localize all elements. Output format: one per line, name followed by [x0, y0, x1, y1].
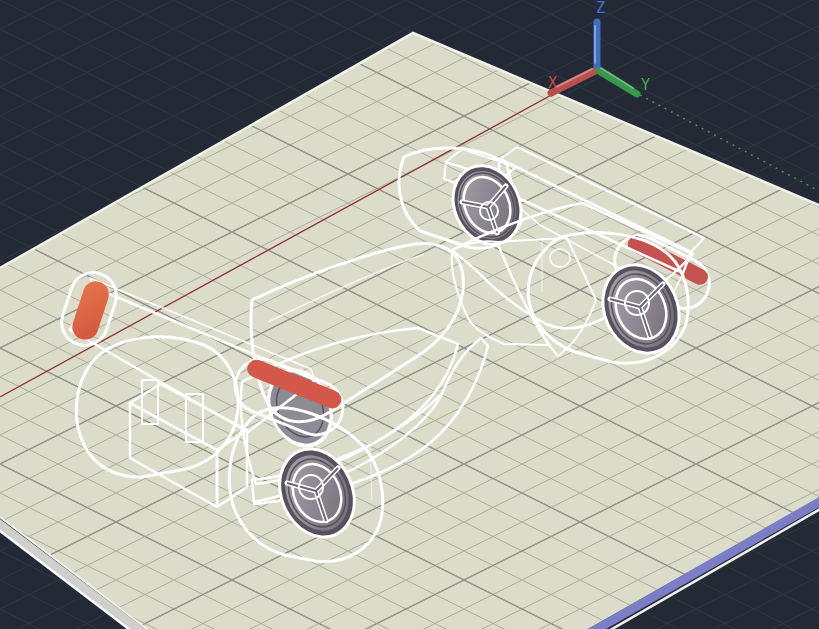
z-axis-label: Z — [596, 0, 605, 17]
x-axis-label: X — [548, 74, 557, 92]
y-axis-label: Y — [641, 76, 650, 94]
model-space-canvas[interactable]: X Y Z — [0, 0, 819, 629]
cad-viewport: X Y Z — [0, 0, 819, 629]
